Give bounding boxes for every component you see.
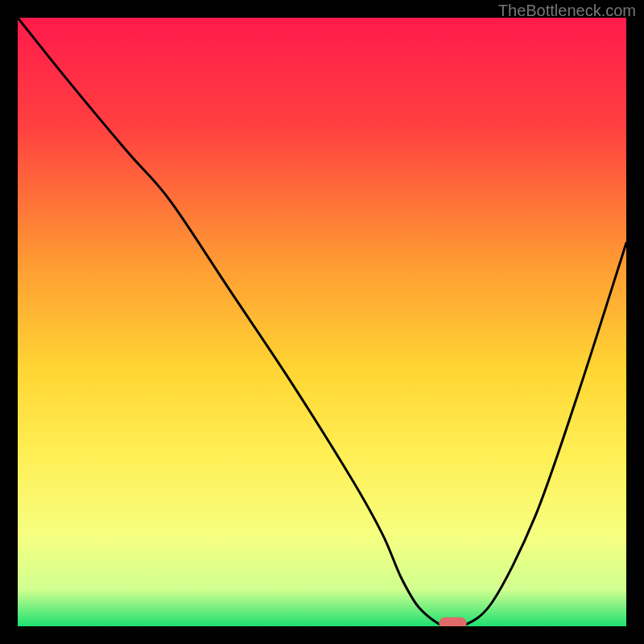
optimum-marker <box>440 617 467 626</box>
chart-svg <box>18 18 626 626</box>
chart-frame <box>18 18 626 626</box>
chart-background <box>18 18 626 626</box>
watermark-text: TheBottleneck.com <box>498 2 636 20</box>
chart-plot-area <box>18 18 626 626</box>
